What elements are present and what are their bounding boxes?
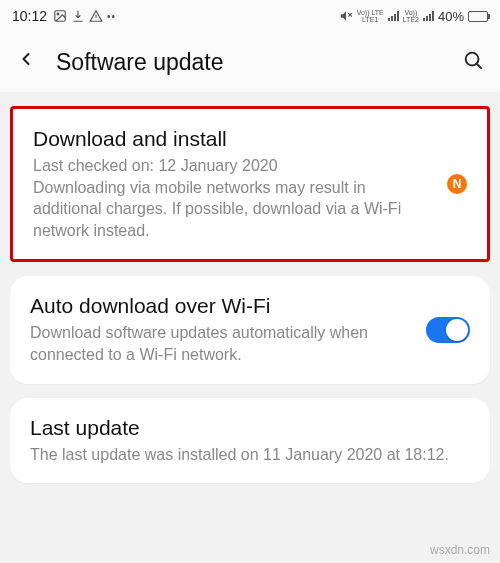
notification-badge: N [447, 174, 467, 194]
auto-download-card[interactable]: Auto download over Wi-Fi Download softwa… [10, 276, 490, 383]
auto-download-title: Auto download over Wi-Fi [30, 294, 412, 318]
sim1-label: Vo)) LTE LTE1 [357, 9, 384, 23]
mute-icon [339, 9, 353, 23]
battery-icon [468, 11, 488, 22]
status-icons-left: •• [53, 9, 116, 23]
clock: 10:12 [12, 8, 47, 24]
warning-icon [89, 9, 103, 23]
last-update-card[interactable]: Last update The last update was installe… [10, 398, 490, 484]
status-bar: 10:12 •• Vo)) LTE LTE1 Vo)) LTE2 [0, 0, 500, 32]
download-install-card[interactable]: Download and install Last checked on: 12… [10, 106, 490, 262]
last-update-desc: The last update was installed on 11 Janu… [30, 444, 470, 466]
auto-download-toggle[interactable] [426, 317, 470, 343]
more-dots-icon: •• [107, 11, 116, 22]
search-button[interactable] [462, 49, 484, 75]
battery-pct: 40% [438, 9, 464, 24]
signal-sim2-icon [423, 11, 434, 21]
back-button[interactable] [16, 49, 36, 75]
status-right: Vo)) LTE LTE1 Vo)) LTE2 40% [339, 9, 488, 24]
image-icon [53, 9, 67, 23]
sim2-label: Vo)) LTE2 [403, 9, 419, 23]
download-install-desc: Last checked on: 12 January 2020 Downloa… [33, 155, 433, 241]
page-title: Software update [56, 49, 442, 76]
svg-line-5 [477, 64, 482, 69]
signal-sim1-icon [388, 11, 399, 21]
download-icon [71, 9, 85, 23]
app-bar: Software update [0, 32, 500, 92]
last-update-title: Last update [30, 416, 470, 440]
download-install-title: Download and install [33, 127, 433, 151]
status-left: 10:12 •• [12, 8, 116, 24]
auto-download-desc: Download software updates automatically … [30, 322, 412, 365]
svg-point-1 [57, 13, 59, 15]
watermark: wsxdn.com [430, 543, 490, 557]
content: Download and install Last checked on: 12… [0, 92, 500, 497]
